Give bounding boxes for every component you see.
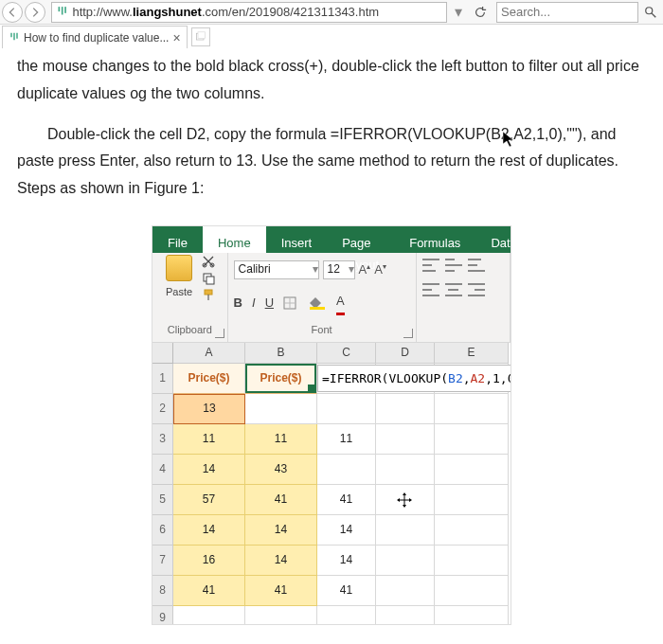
new-tab-button[interactable] (191, 27, 210, 46)
cell-b2[interactable] (245, 394, 317, 424)
cell-d5[interactable] (376, 485, 435, 515)
cell-a3[interactable]: 11 (173, 424, 245, 455)
row-header[interactable]: 1 (152, 364, 173, 394)
cell-a9[interactable] (173, 606, 245, 625)
fill-color-icon[interactable] (310, 296, 327, 310)
row-header[interactable]: 6 (152, 515, 173, 546)
cell-e4[interactable] (435, 455, 509, 485)
url-dropdown-icon[interactable]: ▾ (449, 3, 468, 21)
font-size-select[interactable]: 12▾ (323, 260, 355, 279)
cell-a6[interactable]: 14 (173, 515, 245, 546)
cell-c3[interactable]: 11 (317, 424, 376, 455)
cell-d2[interactable] (376, 394, 435, 424)
row-header[interactable]: 3 (152, 424, 173, 455)
cell-a8[interactable]: 41 (173, 576, 245, 606)
paste-label: Paste (166, 283, 192, 302)
italic-button[interactable]: I (252, 292, 256, 313)
borders-icon[interactable] (283, 296, 300, 310)
nav-forward-button[interactable] (25, 2, 45, 23)
align-right-icon[interactable] (468, 283, 485, 296)
search-input[interactable] (501, 5, 634, 19)
align-middle-icon[interactable] (445, 259, 462, 272)
align-bottom-icon[interactable] (468, 259, 485, 272)
cell-b1[interactable]: Price($) (245, 364, 317, 394)
col-header-d[interactable]: D (376, 343, 435, 364)
cell-e5[interactable] (435, 485, 509, 515)
cell-e8[interactable] (435, 576, 509, 606)
cell-a4[interactable]: 14 (173, 455, 245, 485)
cell-e7[interactable] (435, 546, 509, 576)
cell-d8[interactable] (376, 576, 435, 606)
cell-b4[interactable]: 43 (245, 455, 317, 485)
cell-d4[interactable] (376, 455, 435, 485)
tab-insert[interactable]: Insert (266, 226, 328, 253)
tab-page-layout[interactable]: Page Layout (327, 226, 394, 253)
sheet-grid[interactable]: A B C D E 1 Price($) Price($) 2 13 (152, 343, 511, 625)
search-button[interactable] (640, 2, 661, 23)
col-header-e[interactable]: E (435, 343, 509, 364)
shrink-font-icon[interactable]: A▾ (374, 259, 386, 280)
col-header-a[interactable]: A (173, 343, 245, 364)
underline-button[interactable]: U (265, 292, 274, 313)
cell-c4[interactable] (317, 455, 376, 485)
copy-icon[interactable] (202, 272, 217, 285)
address-bar[interactable]: http://www.liangshunet.com/en/201908/421… (51, 2, 447, 23)
svg-rect-13 (206, 277, 214, 284)
cell-e6[interactable] (435, 515, 509, 546)
cell-b7[interactable]: 14 (245, 546, 317, 576)
cell-c7[interactable]: 14 (317, 546, 376, 576)
cut-icon[interactable] (202, 255, 217, 268)
refresh-button[interactable] (470, 2, 491, 23)
cell-a7[interactable]: 16 (173, 546, 245, 576)
cell-e9[interactable] (435, 606, 509, 625)
row-header[interactable]: 9 (152, 606, 173, 625)
tab-close-button[interactable]: × (172, 30, 180, 45)
dialog-launcher[interactable] (403, 329, 413, 338)
row-header[interactable]: 4 (152, 455, 173, 485)
tab-formulas[interactable]: Formulas (394, 226, 475, 253)
cell-b3[interactable]: 11 (245, 424, 317, 455)
cell-e2[interactable] (435, 394, 509, 424)
tab-home[interactable]: Home (203, 226, 266, 253)
tab-data[interactable]: Data (475, 226, 511, 253)
nav-back-button[interactable] (2, 2, 23, 23)
formula-edit-box[interactable]: =IFERROR(VLOOKUP(B2,A2,1,0),"") (317, 365, 511, 392)
row-header[interactable]: 2 (152, 394, 173, 424)
cell-d3[interactable] (376, 424, 435, 455)
col-header-c[interactable]: C (317, 343, 376, 364)
tab-file[interactable]: File (152, 226, 203, 253)
align-center-icon[interactable] (445, 283, 462, 296)
cell-b9[interactable] (245, 606, 317, 625)
font-color-icon[interactable]: A (336, 290, 345, 314)
cell-c9[interactable] (317, 606, 376, 625)
cell-c6[interactable]: 14 (317, 515, 376, 546)
font-name-select[interactable]: Calibri▾ (234, 260, 319, 279)
align-left-icon[interactable] (422, 283, 439, 296)
bold-button[interactable]: B (234, 292, 242, 313)
cell-a5[interactable]: 57 (173, 485, 245, 515)
grow-font-icon[interactable]: A▴ (359, 259, 371, 280)
cell-d9[interactable] (376, 606, 435, 625)
row-header[interactable]: 8 (152, 576, 173, 606)
cell-a2[interactable]: 13 (173, 394, 245, 424)
paste-button[interactable]: Paste (158, 255, 200, 302)
cell-d7[interactable] (376, 546, 435, 576)
row-header[interactable]: 7 (152, 546, 173, 576)
cell-b8[interactable]: 41 (245, 576, 317, 606)
row-header[interactable]: 5 (152, 485, 173, 515)
cell-a1[interactable]: Price($) (173, 364, 245, 394)
cell-b5[interactable]: 41 (245, 485, 317, 515)
cell-c5[interactable]: 41 (317, 485, 376, 515)
format-painter-icon[interactable] (202, 289, 217, 302)
col-header-b[interactable]: B (245, 343, 317, 364)
cell-c2[interactable] (317, 394, 376, 424)
cell-b6[interactable]: 14 (245, 515, 317, 546)
search-box[interactable] (496, 2, 638, 23)
select-all-corner[interactable] (152, 343, 173, 364)
browser-tab[interactable]: How to find duplicate value... × (2, 26, 188, 48)
align-top-icon[interactable] (422, 259, 439, 272)
cell-e3[interactable] (435, 424, 509, 455)
cell-c8[interactable]: 41 (317, 576, 376, 606)
cell-d6[interactable] (376, 515, 435, 546)
dialog-launcher[interactable] (215, 329, 224, 338)
